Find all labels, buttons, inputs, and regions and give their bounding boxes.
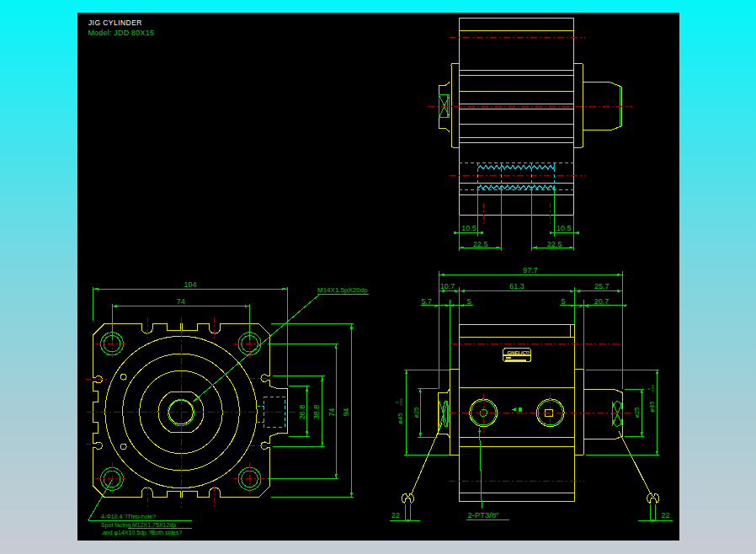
svg-text:61.3: 61.3 — [509, 282, 524, 290]
svg-text:ø25: ø25 — [413, 408, 420, 418]
svg-text:5: 5 — [561, 297, 565, 306]
svg-text:ø25: ø25 — [633, 408, 641, 418]
svg-text:.and φ14X10.5dp ?Both sides?: .and φ14X10.5dp ?Both sides? — [101, 530, 182, 536]
svg-text:20.7: 20.7 — [594, 297, 610, 306]
svg-text:22.5: 22.5 — [547, 240, 562, 248]
svg-text:10.7: 10.7 — [440, 282, 455, 290]
svg-text:26.8: 26.8 — [298, 405, 306, 420]
svg-text:-0.06: -0.06 — [651, 385, 655, 393]
svg-text:25.7: 25.7 — [594, 282, 610, 290]
svg-text:ø45: ø45 — [397, 413, 404, 424]
svg-text:74: 74 — [177, 297, 185, 306]
svg-text:Model: JDD 80X15: Model: JDD 80X15 — [88, 29, 154, 37]
svg-text:2-PT3/8″: 2-PT3/8″ — [468, 510, 500, 519]
svg-text:74: 74 — [327, 408, 336, 416]
svg-text:JIG CYLINDER: JIG CYLINDER — [88, 19, 142, 27]
svg-text:5.7: 5.7 — [422, 297, 433, 306]
svg-text:38.8: 38.8 — [312, 405, 321, 420]
svg-text:97.7: 97.7 — [523, 266, 538, 274]
svg-text:M14X1.5pX20dp: M14X1.5pX20dp — [317, 286, 368, 294]
svg-text:22.5: 22.5 — [473, 240, 488, 248]
svg-text:10.5: 10.5 — [556, 224, 572, 232]
svg-text:-0.05: -0.05 — [399, 398, 403, 407]
svg-text:22: 22 — [661, 511, 669, 519]
svg-text:Spot facing M12X1.75X12dp: Spot facing M12X1.75X12dp — [101, 522, 176, 529]
svg-text:4-Φ10.4 ?Thru-hole?: 4-Φ10.4 ?Thru-hole? — [101, 514, 156, 519]
svg-text:10.5: 10.5 — [461, 224, 476, 232]
svg-text:ø45: ø45 — [648, 402, 656, 413]
svg-text:94: 94 — [342, 408, 350, 416]
svg-text:104: 104 — [184, 280, 196, 289]
svg-text:22: 22 — [391, 511, 400, 519]
svg-text:5: 5 — [467, 297, 471, 306]
svg-text:GNELIC: GNELIC — [507, 350, 526, 355]
